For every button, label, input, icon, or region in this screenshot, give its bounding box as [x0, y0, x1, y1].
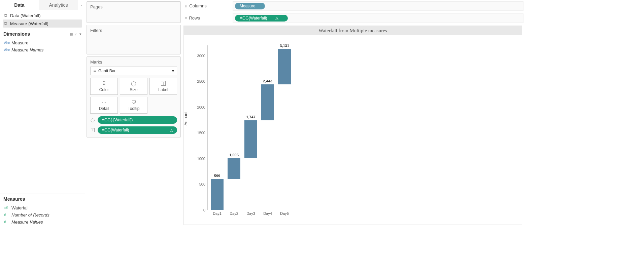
- datasource-label: Measure (Waterfall): [10, 21, 48, 26]
- columns-pill-area[interactable]: Measure: [233, 1, 523, 11]
- delta-icon: △: [170, 128, 173, 132]
- tab-menu-icon[interactable]: ▫: [78, 0, 85, 10]
- rows-pill[interactable]: AGG(Waterfall) △: [235, 15, 288, 22]
- search-icon[interactable]: ⌕: [75, 32, 77, 36]
- waterfall-bar[interactable]: [261, 84, 274, 120]
- app-root: Data Analytics ▫ ⧉ Data (Waterfall) ⧉ Me…: [0, 0, 523, 226]
- shelf-label-text: Rows: [189, 15, 200, 21]
- view-grid-icon[interactable]: ▦: [70, 32, 73, 36]
- gantt-icon: ≣: [93, 69, 96, 73]
- plot-area: 050010001500200025003000 5991,0051,7472,…: [207, 45, 295, 210]
- mark-color-button[interactable]: ⠿Color: [90, 78, 118, 95]
- pill-label: Measure: [240, 4, 256, 8]
- dimension-field[interactable]: Abc Measure: [3, 39, 81, 46]
- x-tick: Day3: [246, 211, 255, 215]
- mark-pill[interactable]: AGG(Waterfall) △: [98, 126, 177, 134]
- measures-header: Measures: [0, 194, 85, 204]
- bar-label: 1,747: [241, 115, 261, 119]
- x-tick: Day2: [230, 211, 238, 215]
- measures-section: Measures =# Waterfall # Number of Record…: [0, 194, 85, 226]
- field-label: Measure: [11, 40, 29, 45]
- bars-layer: 5991,0051,7472,4433,131: [207, 45, 295, 210]
- columns-pill[interactable]: Measure: [235, 3, 265, 9]
- label-icon: 🅃: [90, 128, 95, 132]
- rows-shelf[interactable]: ≡ Rows AGG(Waterfall) △: [182, 12, 523, 24]
- pill-label: AGG(Waterfall): [240, 16, 267, 21]
- tab-analytics[interactable]: Analytics: [39, 0, 78, 10]
- x-axis-ticks: Day1Day2Day3Day4Day5: [207, 210, 295, 217]
- mark-btn-label: Detail: [99, 106, 109, 111]
- bar-label: 3,131: [274, 44, 295, 48]
- card-title: Pages: [90, 4, 177, 9]
- string-type-icon: Abc: [4, 48, 11, 52]
- rows-pill-area[interactable]: AGG(Waterfall) △: [233, 13, 523, 23]
- pages-card[interactable]: Pages: [87, 1, 181, 23]
- calc-number-type-icon: =#: [4, 206, 11, 210]
- measures-title: Measures: [3, 196, 25, 202]
- pill-label: AGG(Waterfall): [102, 128, 129, 132]
- waterfall-bar[interactable]: [244, 120, 257, 159]
- rows-shelf-label: ≡ Rows: [185, 15, 229, 21]
- datasource-item[interactable]: ⧉ Data (Waterfall): [3, 11, 82, 19]
- mark-pill[interactable]: AGG(-[Waterfall]): [98, 116, 177, 124]
- datasource-icon: ⧉: [4, 13, 10, 18]
- measures-list: =# Waterfall # Number of Records # Measu…: [0, 204, 85, 226]
- mark-btn-label: Color: [99, 87, 109, 92]
- field-label: Waterfall: [11, 205, 29, 210]
- chart-title: Waterfall from Multiple measures: [184, 26, 522, 35]
- cards-column: Pages Filters Marks ≣Gantt Bar ▾ ⠿Color …: [85, 0, 182, 226]
- field-label: Measure Names: [11, 47, 43, 52]
- y-tick: 2500: [197, 79, 205, 83]
- y-tick: 3000: [197, 54, 205, 58]
- mark-btn-label: Label: [158, 87, 168, 92]
- dimensions-tools[interactable]: ▦ ⌕ ▾: [70, 32, 81, 36]
- datasource-list: ⧉ Data (Waterfall) ⧉ Measure (Waterfall): [0, 10, 85, 29]
- dimension-field[interactable]: Abc Measure Names: [3, 46, 81, 53]
- chart-body[interactable]: Amount 050010001500200025003000 5991,005…: [184, 35, 522, 225]
- field-label: Measure Values: [11, 220, 43, 225]
- y-tick: 1500: [197, 131, 205, 135]
- mark-size-button[interactable]: ◯Size: [120, 78, 147, 95]
- dimensions-title: Dimensions: [3, 31, 30, 37]
- waterfall-bar[interactable]: [278, 49, 291, 84]
- filters-card[interactable]: Filters: [87, 25, 181, 54]
- mark-btn-label: Size: [130, 87, 137, 92]
- measure-field[interactable]: # Number of Records: [3, 211, 81, 219]
- rows-icon: ≡: [185, 16, 187, 20]
- mark-tooltip-button[interactable]: 🗨Tooltip: [120, 97, 147, 114]
- datasource-icon: ⧉: [4, 21, 10, 26]
- sidebar-tabs: Data Analytics ▫: [0, 0, 85, 10]
- mark-type-select[interactable]: ≣Gantt Bar ▾: [90, 67, 177, 75]
- card-title: Marks: [90, 59, 177, 65]
- card-title: Filters: [90, 28, 177, 33]
- mark-label-button[interactable]: 🅃Label: [149, 78, 177, 95]
- measure-field[interactable]: # Measure Values: [3, 219, 81, 226]
- y-axis-label: Amount: [183, 111, 188, 125]
- chevron-down-icon: ▾: [172, 69, 174, 73]
- y-axis-ticks: 050010001500200025003000: [192, 45, 207, 210]
- mark-detail-button[interactable]: ⋯Detail: [90, 97, 118, 114]
- datasource-label: Data (Waterfall): [10, 13, 41, 18]
- color-icon: ⠿: [102, 81, 106, 86]
- mark-pill-row: 🅃 AGG(Waterfall) △: [90, 126, 177, 134]
- tab-data[interactable]: Data: [0, 0, 39, 10]
- number-type-icon: #: [4, 220, 11, 224]
- y-tick: 2000: [197, 105, 205, 109]
- number-type-icon: #: [4, 213, 11, 217]
- measure-field[interactable]: =# Waterfall: [3, 204, 81, 211]
- x-tick: Day5: [280, 211, 289, 215]
- viz-area: iii Columns Measure ≡ Rows AGG(Waterfall…: [182, 0, 523, 226]
- chevron-down-icon[interactable]: ▾: [79, 32, 81, 36]
- size-icon: ◯: [90, 118, 95, 122]
- waterfall-bar[interactable]: [211, 179, 224, 210]
- field-label: Number of Records: [11, 212, 49, 217]
- columns-shelf[interactable]: iii Columns Measure: [182, 0, 523, 12]
- tooltip-icon: 🗨: [131, 100, 136, 105]
- mark-buttons-grid: ⠿Color ◯Size 🅃Label ⋯Detail 🗨Tooltip: [90, 78, 177, 114]
- datasource-item[interactable]: ⧉ Measure (Waterfall): [3, 19, 82, 28]
- waterfall-bar[interactable]: [228, 158, 240, 179]
- delta-icon: △: [275, 16, 278, 21]
- size-icon: ◯: [131, 81, 136, 86]
- shelf-label-text: Columns: [189, 3, 206, 8]
- pill-label: AGG(-[Waterfall]): [102, 118, 133, 122]
